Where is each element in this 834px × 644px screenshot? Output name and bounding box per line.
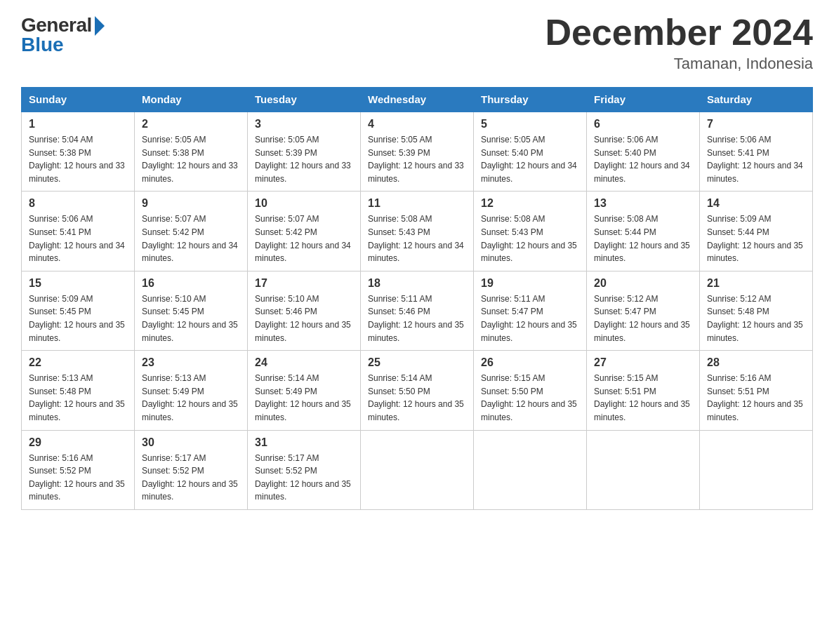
weekday-header-row: SundayMondayTuesdayWednesdayThursdayFrid… [22, 88, 813, 112]
day-number: 13 [594, 197, 692, 210]
calendar-cell: 23 Sunrise: 5:13 AMSunset: 5:49 PMDaylig… [135, 351, 248, 430]
day-info: Sunrise: 5:08 AMSunset: 5:43 PMDaylight:… [368, 214, 464, 263]
day-info: Sunrise: 5:10 AMSunset: 5:45 PMDaylight:… [142, 294, 238, 343]
day-number: 30 [142, 436, 240, 449]
day-info: Sunrise: 5:11 AMSunset: 5:47 PMDaylight:… [481, 294, 577, 343]
day-number: 27 [594, 356, 692, 369]
day-info: Sunrise: 5:16 AMSunset: 5:52 PMDaylight:… [29, 453, 125, 502]
calendar-cell: 22 Sunrise: 5:13 AMSunset: 5:48 PMDaylig… [22, 351, 135, 430]
day-number: 19 [481, 277, 579, 290]
day-number: 26 [481, 356, 579, 369]
calendar-cell: 1 Sunrise: 5:04 AMSunset: 5:38 PMDayligh… [22, 112, 135, 192]
day-number: 11 [368, 197, 466, 210]
weekday-header-tuesday: Tuesday [248, 88, 361, 112]
calendar-cell: 28 Sunrise: 5:16 AMSunset: 5:51 PMDaylig… [700, 351, 813, 430]
calendar-cell: 13 Sunrise: 5:08 AMSunset: 5:44 PMDaylig… [587, 192, 700, 271]
calendar-cell: 27 Sunrise: 5:15 AMSunset: 5:51 PMDaylig… [587, 351, 700, 430]
logo: General Blue [21, 14, 105, 56]
weekday-header-sunday: Sunday [22, 88, 135, 112]
day-info: Sunrise: 5:10 AMSunset: 5:46 PMDaylight:… [255, 294, 351, 343]
day-info: Sunrise: 5:07 AMSunset: 5:42 PMDaylight:… [142, 214, 238, 263]
calendar-cell: 2 Sunrise: 5:05 AMSunset: 5:38 PMDayligh… [135, 112, 248, 192]
day-info: Sunrise: 5:06 AMSunset: 5:40 PMDaylight:… [594, 135, 690, 184]
calendar-cell: 10 Sunrise: 5:07 AMSunset: 5:42 PMDaylig… [248, 192, 361, 271]
logo-blue-text: Blue [21, 34, 64, 56]
day-number: 3 [255, 118, 353, 130]
calendar-cell [474, 430, 587, 509]
day-number: 8 [29, 197, 127, 210]
day-info: Sunrise: 5:09 AMSunset: 5:45 PMDaylight:… [29, 294, 125, 343]
day-info: Sunrise: 5:11 AMSunset: 5:46 PMDaylight:… [368, 294, 464, 343]
calendar-cell: 16 Sunrise: 5:10 AMSunset: 5:45 PMDaylig… [135, 271, 248, 350]
logo-arrow-icon [95, 16, 105, 36]
calendar-cell: 31 Sunrise: 5:17 AMSunset: 5:52 PMDaylig… [248, 430, 361, 509]
day-info: Sunrise: 5:05 AMSunset: 5:38 PMDaylight:… [142, 135, 238, 184]
calendar-cell [700, 430, 813, 509]
day-info: Sunrise: 5:14 AMSunset: 5:50 PMDaylight:… [368, 373, 464, 422]
page-header: General Blue December 2024 Tamanan, Indo… [21, 14, 813, 73]
day-info: Sunrise: 5:04 AMSunset: 5:38 PMDaylight:… [29, 135, 125, 184]
day-number: 18 [368, 277, 466, 290]
day-info: Sunrise: 5:13 AMSunset: 5:49 PMDaylight:… [142, 373, 238, 422]
calendar-week-row: 1 Sunrise: 5:04 AMSunset: 5:38 PMDayligh… [22, 112, 813, 192]
day-number: 31 [255, 436, 353, 449]
day-number: 10 [255, 197, 353, 210]
day-info: Sunrise: 5:06 AMSunset: 5:41 PMDaylight:… [707, 135, 803, 184]
calendar-cell: 5 Sunrise: 5:05 AMSunset: 5:40 PMDayligh… [474, 112, 587, 192]
weekday-header-friday: Friday [587, 88, 700, 112]
day-info: Sunrise: 5:09 AMSunset: 5:44 PMDaylight:… [707, 214, 803, 263]
day-info: Sunrise: 5:05 AMSunset: 5:39 PMDaylight:… [368, 135, 464, 184]
day-info: Sunrise: 5:13 AMSunset: 5:48 PMDaylight:… [29, 373, 125, 422]
day-info: Sunrise: 5:17 AMSunset: 5:52 PMDaylight:… [142, 453, 238, 502]
location-label: Tamanan, Indonesia [545, 55, 813, 73]
day-number: 9 [142, 197, 240, 210]
day-number: 2 [142, 118, 240, 130]
day-info: Sunrise: 5:06 AMSunset: 5:41 PMDaylight:… [29, 214, 125, 263]
calendar-cell: 9 Sunrise: 5:07 AMSunset: 5:42 PMDayligh… [135, 192, 248, 271]
calendar-cell: 12 Sunrise: 5:08 AMSunset: 5:43 PMDaylig… [474, 192, 587, 271]
day-info: Sunrise: 5:14 AMSunset: 5:49 PMDaylight:… [255, 373, 351, 422]
calendar-cell: 6 Sunrise: 5:06 AMSunset: 5:40 PMDayligh… [587, 112, 700, 192]
calendar-cell: 30 Sunrise: 5:17 AMSunset: 5:52 PMDaylig… [135, 430, 248, 509]
title-section: December 2024 Tamanan, Indonesia [545, 14, 813, 73]
day-info: Sunrise: 5:16 AMSunset: 5:51 PMDaylight:… [707, 373, 803, 422]
calendar-cell: 3 Sunrise: 5:05 AMSunset: 5:39 PMDayligh… [248, 112, 361, 192]
calendar-week-row: 8 Sunrise: 5:06 AMSunset: 5:41 PMDayligh… [22, 192, 813, 271]
calendar-cell: 14 Sunrise: 5:09 AMSunset: 5:44 PMDaylig… [700, 192, 813, 271]
day-info: Sunrise: 5:05 AMSunset: 5:39 PMDaylight:… [255, 135, 351, 184]
calendar-cell: 18 Sunrise: 5:11 AMSunset: 5:46 PMDaylig… [361, 271, 474, 350]
calendar-cell: 26 Sunrise: 5:15 AMSunset: 5:50 PMDaylig… [474, 351, 587, 430]
day-info: Sunrise: 5:17 AMSunset: 5:52 PMDaylight:… [255, 453, 351, 502]
calendar-cell: 19 Sunrise: 5:11 AMSunset: 5:47 PMDaylig… [474, 271, 587, 350]
day-info: Sunrise: 5:08 AMSunset: 5:43 PMDaylight:… [481, 214, 577, 263]
calendar-cell [361, 430, 474, 509]
calendar-table: SundayMondayTuesdayWednesdayThursdayFrid… [21, 87, 813, 510]
day-number: 17 [255, 277, 353, 290]
calendar-week-row: 29 Sunrise: 5:16 AMSunset: 5:52 PMDaylig… [22, 430, 813, 509]
calendar-week-row: 22 Sunrise: 5:13 AMSunset: 5:48 PMDaylig… [22, 351, 813, 430]
calendar-cell: 21 Sunrise: 5:12 AMSunset: 5:48 PMDaylig… [700, 271, 813, 350]
day-info: Sunrise: 5:07 AMSunset: 5:42 PMDaylight:… [255, 214, 351, 263]
day-number: 5 [481, 118, 579, 130]
day-number: 6 [594, 118, 692, 130]
calendar-cell [587, 430, 700, 509]
day-number: 1 [29, 118, 127, 130]
calendar-cell: 7 Sunrise: 5:06 AMSunset: 5:41 PMDayligh… [700, 112, 813, 192]
calendar-cell: 25 Sunrise: 5:14 AMSunset: 5:50 PMDaylig… [361, 351, 474, 430]
month-title: December 2024 [545, 14, 813, 51]
day-info: Sunrise: 5:15 AMSunset: 5:51 PMDaylight:… [594, 373, 690, 422]
calendar-cell: 17 Sunrise: 5:10 AMSunset: 5:46 PMDaylig… [248, 271, 361, 350]
day-number: 28 [707, 356, 805, 369]
day-number: 14 [707, 197, 805, 210]
day-info: Sunrise: 5:08 AMSunset: 5:44 PMDaylight:… [594, 214, 690, 263]
day-number: 16 [142, 277, 240, 290]
day-number: 12 [481, 197, 579, 210]
day-info: Sunrise: 5:05 AMSunset: 5:40 PMDaylight:… [481, 135, 577, 184]
calendar-cell: 15 Sunrise: 5:09 AMSunset: 5:45 PMDaylig… [22, 271, 135, 350]
day-number: 23 [142, 356, 240, 369]
calendar-cell: 8 Sunrise: 5:06 AMSunset: 5:41 PMDayligh… [22, 192, 135, 271]
day-number: 22 [29, 356, 127, 369]
day-number: 4 [368, 118, 466, 130]
day-number: 24 [255, 356, 353, 369]
calendar-cell: 24 Sunrise: 5:14 AMSunset: 5:49 PMDaylig… [248, 351, 361, 430]
